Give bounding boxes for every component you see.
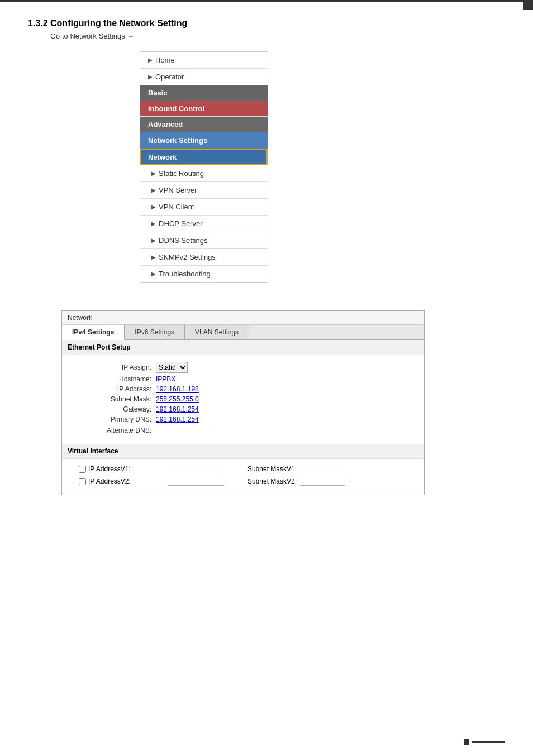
arrow-icon: ▶	[151, 187, 156, 193]
gateway-value: 192.168.1.254	[156, 405, 199, 413]
subnet-v2-group: Subnet MaskV2:	[235, 477, 345, 486]
tab-ipv6[interactable]: IPv6 Settings	[125, 325, 185, 339]
sidebar-item-operator[interactable]: ▶ Operator	[140, 69, 268, 85]
alternate-dns-label: Alternate DNS:	[79, 427, 151, 434]
form-area: IP Assign: Static DHCP Hostname: IPPBX I…	[62, 355, 424, 444]
bottom-dash	[472, 741, 505, 743]
sidebar-item-label: Home	[155, 56, 175, 64]
section-heading: 1.3.2 Configuring the Network Setting	[28, 18, 505, 28]
sidebar-item-home[interactable]: ▶ Home	[140, 52, 268, 69]
sidebar-item-static-routing[interactable]: ▶ Static Routing	[140, 165, 268, 182]
arrow-icon: ▶	[151, 271, 156, 277]
hostname-row: Hostname: IPPBX	[79, 375, 407, 383]
sidebar-item-network[interactable]: Network	[140, 149, 268, 165]
sidebar-item-label: VPN Client	[159, 203, 194, 211]
arrow-icon: ▶	[148, 57, 153, 63]
tabs-row: IPv4 Settings IPv6 Settings VLAN Setting…	[62, 325, 424, 340]
ip-v1-check-label: IP AddressV1:	[79, 465, 168, 473]
sidebar-item-label: VPN Server	[159, 186, 197, 194]
ip-v2-input[interactable]	[168, 477, 224, 486]
ip-v2-check-label: IP AddressV2:	[79, 477, 168, 485]
sidebar-item-vpn-client[interactable]: ▶ VPN Client	[140, 199, 268, 216]
arrow-icon: ▶	[148, 74, 153, 80]
virtual-section-label: Virtual Interface	[62, 444, 424, 459]
arrow-icon: ▶	[151, 204, 156, 210]
ethernet-section-label: Ethernet Port Setup	[62, 340, 424, 355]
sidebar-item-ddns-settings[interactable]: ▶ DDNS Settings	[140, 232, 268, 249]
sidebar-item-label: Operator	[155, 73, 184, 81]
sidebar-item-label: Inbound Control	[148, 104, 204, 113]
subnet-v1-input[interactable]	[300, 465, 345, 473]
ip-v1-input[interactable]	[168, 465, 224, 473]
ip-v1-checkbox[interactable]	[79, 466, 86, 473]
hostname-label: Hostname:	[79, 375, 151, 383]
ip-address-value: 192.168.1.198	[156, 385, 199, 393]
section-intro: Go to Network Settings →	[50, 32, 505, 40]
ip-v1-label: IP AddressV1:	[88, 465, 131, 473]
ip-assign-select[interactable]: Static DHCP	[156, 362, 188, 373]
virtual-interface-area: IP AddressV1: Subnet MaskV1: IP AddressV…	[62, 459, 424, 495]
gateway-row: Gateway: 192.168.1.254	[79, 405, 407, 413]
sidebar-item-troubleshooting[interactable]: ▶ Troubleshooting	[140, 266, 268, 282]
sidebar-item-basic[interactable]: Basic	[140, 85, 268, 101]
sidebar-item-label: Network	[148, 153, 177, 161]
sidebar-item-label: SNMPv2 Settings	[159, 253, 216, 261]
ip-v2-label: IP AddressV2:	[88, 477, 131, 485]
subnet-v2-label: Subnet MaskV2:	[235, 477, 297, 485]
bottom-decoration	[464, 739, 505, 745]
subnet-v2-input[interactable]	[300, 477, 345, 486]
virtual-row-1: IP AddressV1: Subnet MaskV1:	[79, 465, 407, 473]
nav-menu: ▶ Home ▶ Operator Basic Inbound Control …	[140, 51, 268, 283]
primary-dns-label: Primary DNS:	[79, 415, 151, 423]
sidebar-item-label: Network Settings	[148, 136, 207, 145]
tab-vlan[interactable]: VLAN Settings	[185, 325, 249, 339]
gateway-label: Gateway:	[79, 405, 151, 413]
sidebar-item-label: Basic	[148, 89, 168, 97]
sidebar-item-label: Static Routing	[159, 169, 204, 178]
sidebar-item-network-settings[interactable]: Network Settings	[140, 132, 268, 149]
arrow-icon: ▶	[151, 254, 156, 260]
bottom-tick	[464, 739, 469, 745]
ip-assign-label: IP Assign:	[79, 363, 151, 371]
subnet-v1-group: Subnet MaskV1:	[235, 465, 345, 473]
network-panel: Network IPv4 Settings IPv6 Settings VLAN…	[61, 310, 425, 495]
ip-address-row: IP Address: 192.168.1.198	[79, 385, 407, 393]
sidebar-item-label: DHCP Server	[159, 219, 203, 228]
ip-assign-value[interactable]: Static DHCP	[156, 362, 188, 373]
subnet-mask-row: Subnet Mask: 255.255.255.0	[79, 395, 407, 403]
intro-text: Go to Network Settings →	[50, 32, 134, 40]
sidebar-item-label: Troubleshooting	[159, 270, 211, 278]
sidebar-item-advanced[interactable]: Advanced	[140, 117, 268, 132]
ip-assign-row: IP Assign: Static DHCP	[79, 362, 407, 373]
arrow-icon: ▶	[151, 237, 156, 243]
hostname-value: IPPBX	[156, 375, 175, 383]
subnet-mask-label: Subnet Mask:	[79, 395, 151, 403]
ip-address-label: IP Address:	[79, 385, 151, 393]
primary-dns-value: 192.168.1.254	[156, 415, 199, 423]
alternate-dns-row: Alternate DNS:	[79, 425, 407, 435]
alternate-dns-value	[156, 425, 212, 435]
sidebar-item-vpn-server[interactable]: ▶ VPN Server	[140, 182, 268, 199]
subnet-mask-value: 255.255.255.0	[156, 395, 199, 403]
sidebar-item-snmpv2-settings[interactable]: ▶ SNMPv2 Settings	[140, 249, 268, 266]
arrow-icon: ▶	[151, 170, 156, 176]
arrow-icon: ▶	[151, 221, 156, 227]
sidebar-item-label: DDNS Settings	[159, 236, 207, 245]
ip-v2-checkbox[interactable]	[79, 478, 86, 485]
sidebar-item-dhcp-server[interactable]: ▶ DHCP Server	[140, 216, 268, 232]
virtual-row-2: IP AddressV2: Subnet MaskV2:	[79, 477, 407, 486]
subnet-v1-label: Subnet MaskV1:	[235, 465, 297, 473]
tab-ipv4[interactable]: IPv4 Settings	[62, 325, 125, 340]
top-right-decoration	[523, 0, 533, 10]
sidebar-item-inbound-control[interactable]: Inbound Control	[140, 101, 268, 117]
network-panel-title: Network	[62, 311, 424, 325]
sidebar-item-label: Advanced	[148, 120, 183, 128]
primary-dns-row: Primary DNS: 192.168.1.254	[79, 415, 407, 423]
